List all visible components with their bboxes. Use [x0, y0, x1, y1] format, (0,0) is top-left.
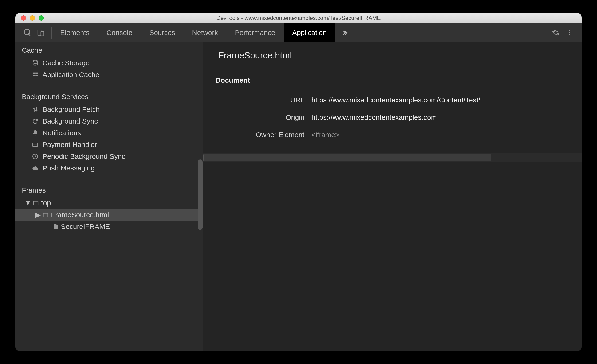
window-title: DevTools - www.mixedcontentexamples.com/… [15, 15, 582, 21]
clock-icon [31, 153, 39, 160]
sidebar-item-background-fetch[interactable]: Background Fetch [15, 104, 203, 115]
scrollbar-thumb[interactable] [203, 154, 491, 161]
horizontal-scrollbar[interactable] [203, 153, 582, 162]
sidebar-item-label: Background Sync [43, 117, 98, 125]
section-cache-title: Cache [15, 42, 203, 57]
tab-elements[interactable]: Elements [52, 23, 98, 42]
body: Cache Cache Storage Application Cache Ba… [15, 42, 582, 351]
tab-application[interactable]: Application [284, 23, 335, 42]
value-origin: https://www.mixedcontentexamples.com [311, 114, 437, 121]
sidebar-item-label: Notifications [43, 129, 81, 137]
section-frames-title: Frames [15, 182, 203, 197]
label-owner-element: Owner Element [203, 131, 311, 139]
maximize-button[interactable] [39, 15, 44, 21]
section-document-title: Document [203, 69, 582, 91]
svg-rect-11 [33, 143, 38, 146]
label-url: URL [203, 96, 311, 104]
document-icon [53, 224, 59, 230]
database-icon [31, 60, 39, 66]
inspect-icon[interactable] [24, 29, 32, 37]
cloud-icon [31, 165, 39, 171]
device-toggle-icon[interactable] [37, 29, 45, 37]
row-owner-element: Owner Element <iframe> [203, 126, 582, 144]
tabbar: Elements Console Sources Network Perform… [15, 23, 582, 42]
svg-rect-13 [33, 201, 38, 205]
window-icon [43, 212, 49, 218]
frames-top[interactable]: ▼ top [15, 197, 203, 209]
frames-framesource[interactable]: ▶ FrameSource.html [15, 209, 203, 221]
svg-rect-2 [41, 31, 44, 36]
sidebar-scrollbar[interactable] [197, 42, 203, 351]
kebab-menu-icon[interactable] [566, 29, 573, 37]
tab-console[interactable]: Console [98, 23, 141, 42]
section-background-title: Background Services [15, 89, 203, 104]
sidebar-item-label: Payment Handler [43, 141, 97, 149]
svg-rect-8 [35, 73, 38, 74]
tab-performance[interactable]: Performance [226, 23, 284, 42]
page-title: FrameSource.html [203, 42, 582, 69]
sidebar-item-label: Periodic Background Sync [43, 152, 125, 160]
sidebar-item-background-sync[interactable]: Background Sync [15, 115, 203, 127]
sidebar-item-periodic-sync[interactable]: Periodic Background Sync [15, 151, 203, 162]
sidebar-item-label: Cache Storage [43, 59, 90, 67]
close-button[interactable] [21, 15, 26, 21]
sidebar: Cache Cache Storage Application Cache Ba… [15, 42, 203, 351]
tabs: Elements Console Sources Network Perform… [52, 23, 335, 42]
traffic-lights [15, 15, 44, 21]
svg-rect-10 [35, 75, 38, 76]
grid-icon [31, 71, 39, 78]
svg-rect-7 [33, 73, 35, 74]
sidebar-item-payment-handler[interactable]: Payment Handler [15, 139, 203, 151]
row-origin: Origin https://www.mixedcontentexamples.… [203, 109, 582, 126]
frames-item-label: top [41, 199, 51, 207]
window-icon [33, 200, 39, 206]
scrollbar-thumb[interactable] [198, 159, 203, 230]
tab-network[interactable]: Network [184, 23, 226, 42]
frames-item-label: FrameSource.html [51, 211, 109, 219]
tab-sources[interactable]: Sources [141, 23, 184, 42]
bell-icon [31, 130, 39, 136]
svg-rect-9 [33, 75, 35, 76]
frames-item-label: SecureIFRAME [61, 223, 110, 231]
sidebar-item-label: Background Fetch [43, 106, 100, 114]
label-origin: Origin [203, 114, 311, 121]
sidebar-item-cache-storage[interactable]: Cache Storage [15, 57, 203, 69]
svg-point-5 [569, 34, 570, 36]
frames-secureiframe[interactable]: SecureIFRAME [15, 221, 203, 233]
devtools-window: DevTools - www.mixedcontentexamples.com/… [15, 13, 582, 351]
sidebar-item-push-messaging[interactable]: Push Messaging [15, 162, 203, 174]
sync-icon [31, 118, 39, 124]
svg-point-6 [33, 60, 38, 62]
more-tabs-button[interactable] [335, 23, 354, 42]
row-url: URL https://www.mixedcontentexamples.com… [203, 91, 582, 109]
sidebar-item-notifications[interactable]: Notifications [15, 127, 203, 139]
svg-point-3 [569, 30, 570, 31]
sidebar-item-label: Push Messaging [43, 164, 95, 172]
titlebar: DevTools - www.mixedcontentexamples.com/… [15, 13, 582, 23]
settings-icon[interactable] [552, 29, 560, 37]
card-icon [31, 141, 39, 148]
sidebar-item-application-cache[interactable]: Application Cache [15, 69, 203, 81]
sidebar-item-label: Application Cache [43, 71, 99, 79]
value-owner-element-link[interactable]: <iframe> [311, 131, 339, 138]
main-panel: FrameSource.html Document URL https://ww… [203, 42, 582, 351]
minimize-button[interactable] [30, 15, 35, 21]
arrows-updown-icon [31, 106, 39, 113]
value-url: https://www.mixedcontentexamples.com/Con… [311, 96, 480, 104]
chevron-right-icon: ▶ [35, 211, 40, 219]
chevron-down-icon: ▼ [26, 199, 30, 207]
svg-point-4 [569, 32, 570, 33]
svg-rect-14 [43, 213, 48, 217]
